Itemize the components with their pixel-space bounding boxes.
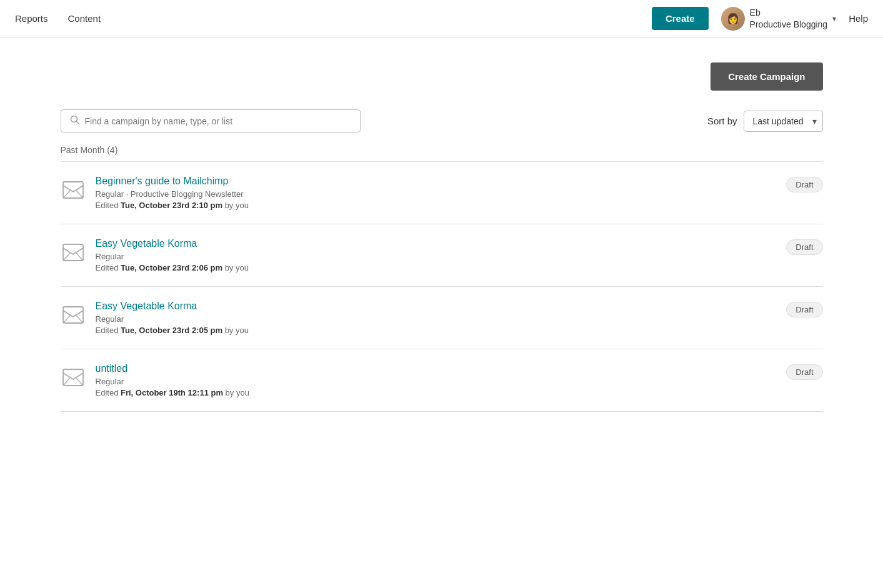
sort-select[interactable]: Last updated Date created Name (A-Z) Nam… <box>744 111 823 132</box>
campaign-name[interactable]: Easy Vegetable Korma <box>96 301 197 312</box>
campaign-name[interactable]: Easy Vegetable Korma <box>96 238 197 249</box>
search-input[interactable] <box>85 116 351 126</box>
campaign-list: Beginner's guide to Mailchimp Regular · … <box>61 161 823 412</box>
user-menu-chevron-icon: ▾ <box>832 14 836 23</box>
search-sort-row: Sort by Last updated Date created Name (… <box>61 109 823 132</box>
campaign-meta: Regular <box>96 314 767 324</box>
svg-rect-5 <box>63 369 83 386</box>
campaign-item: Easy Vegetable Korma Regular Edited Tue,… <box>61 224 823 287</box>
top-navigation: Reports Content Create 👩 Eb Productive B… <box>0 0 883 37</box>
search-box <box>61 109 361 132</box>
campaign-info: untitled Regular Edited Fri, October 19t… <box>96 363 767 397</box>
campaign-email-icon <box>61 239 86 264</box>
draft-badge: Draft <box>786 364 822 380</box>
user-name: Eb Productive Blogging <box>750 7 828 29</box>
period-label: Past Month (4) <box>61 145 823 155</box>
create-button[interactable]: Create <box>652 7 709 30</box>
nav-left: Reports Content <box>15 13 101 24</box>
svg-rect-4 <box>63 307 83 323</box>
create-campaign-button[interactable]: Create Campaign <box>711 62 822 91</box>
campaign-edit-date: Tue, October 23rd 2:05 pm <box>121 326 222 335</box>
campaign-edit-info: Edited Tue, October 23rd 2:06 pm by you <box>96 263 767 272</box>
campaign-info: Easy Vegetable Korma Regular Edited Tue,… <box>96 301 767 335</box>
campaign-edit-info: Edited Tue, October 23rd 2:10 pm by you <box>96 201 767 210</box>
draft-badge: Draft <box>786 239 822 255</box>
svg-rect-3 <box>63 244 83 261</box>
campaign-item: Easy Vegetable Korma Regular Edited Tue,… <box>61 287 823 349</box>
draft-badge: Draft <box>786 302 822 317</box>
avatar-image: 👩 <box>721 7 745 31</box>
campaign-info: Beginner's guide to Mailchimp Regular · … <box>96 176 767 210</box>
campaign-header: Create Campaign <box>61 37 823 109</box>
search-icon <box>70 115 80 127</box>
campaign-edit-info: Edited Fri, October 19th 12:11 pm by you <box>96 388 767 397</box>
campaign-edit-info: Edited Tue, October 23rd 2:05 pm by you <box>96 326 767 335</box>
avatar: 👩 <box>721 7 745 31</box>
sort-select-wrapper: Last updated Date created Name (A-Z) Nam… <box>744 111 823 132</box>
campaign-meta: Regular <box>96 252 767 261</box>
main-content: Create Campaign Sort by Last updated Dat… <box>36 37 848 412</box>
sort-area: Sort by Last updated Date created Name (… <box>707 111 823 132</box>
svg-line-1 <box>76 122 79 124</box>
campaign-edit-date: Tue, October 23rd 2:10 pm <box>121 201 222 210</box>
campaign-meta: Regular · Productive Blogging Newsletter <box>96 189 767 199</box>
user-menu[interactable]: 👩 Eb Productive Blogging ▾ <box>721 7 837 31</box>
nav-right: Create 👩 Eb Productive Blogging ▾ Help <box>652 7 868 31</box>
campaign-edit-date: Fri, October 19th 12:11 pm <box>121 388 223 397</box>
sort-label: Sort by <box>707 116 737 126</box>
campaign-email-icon <box>61 364 86 389</box>
campaign-info: Easy Vegetable Korma Regular Edited Tue,… <box>96 238 767 272</box>
svg-rect-2 <box>63 182 83 198</box>
campaign-meta: Regular <box>96 377 767 386</box>
reports-nav-link[interactable]: Reports <box>15 13 48 24</box>
campaign-edit-date: Tue, October 23rd 2:06 pm <box>121 263 222 272</box>
content-nav-link[interactable]: Content <box>68 13 101 24</box>
draft-badge: Draft <box>786 177 822 192</box>
campaign-item: Beginner's guide to Mailchimp Regular · … <box>61 162 823 224</box>
campaign-item: untitled Regular Edited Fri, October 19t… <box>61 349 823 412</box>
help-link[interactable]: Help <box>849 13 868 24</box>
campaign-name[interactable]: untitled <box>96 363 128 374</box>
campaign-name[interactable]: Beginner's guide to Mailchimp <box>96 176 229 187</box>
campaign-email-icon <box>61 177 86 202</box>
campaign-email-icon <box>61 302 86 327</box>
